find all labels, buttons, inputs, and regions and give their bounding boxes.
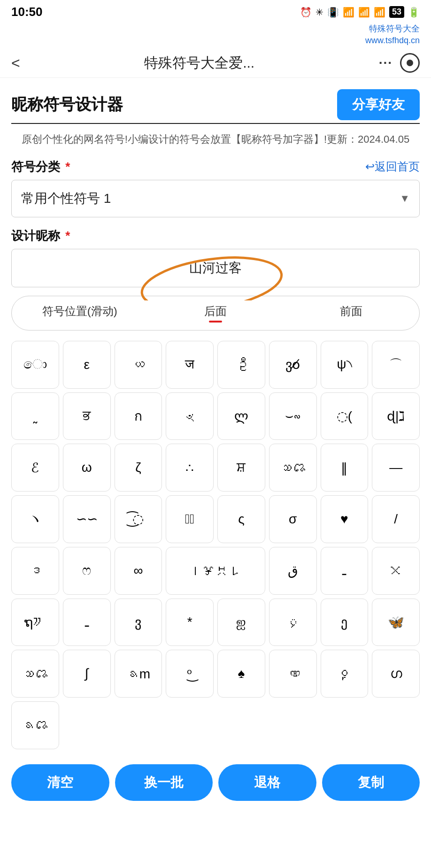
symbol-cell[interactable]: ℰ	[11, 444, 59, 492]
symbol-cell[interactable]: /	[372, 495, 420, 543]
category-selected-value: 常用个性符号 1	[21, 190, 111, 207]
signal2-icon: 📶	[374, 7, 385, 18]
symbol-cell[interactable]: ͜͡◌	[115, 495, 162, 543]
symbol-cell[interactable]: ـ	[321, 547, 369, 595]
symbol-cell[interactable]: ᩈ꩓	[11, 650, 59, 698]
back-button[interactable]: <	[11, 54, 20, 72]
nickname-input-wrapper	[11, 249, 420, 287]
symbol-cell[interactable]: ꒐ꐞꀡ꒒	[166, 547, 265, 595]
record-button[interactable]	[400, 53, 420, 73]
symbol-cell[interactable]: ⌣∾	[269, 392, 317, 440]
symbol-cell[interactable]: ‖	[321, 444, 369, 492]
symbol-cell[interactable]: 🦋	[372, 599, 420, 646]
symbol-cell[interactable]: ਸ਼	[217, 444, 265, 492]
record-icon	[407, 60, 413, 66]
header-section: 昵称符号设计器 分享好友	[11, 89, 420, 120]
page-description: 原创个性化的网名符号!小编设计的符号会放置【昵称符号加字器】!更新：2024.0…	[11, 131, 420, 148]
symbol-cell[interactable]: ज	[166, 341, 214, 389]
symbol-cell[interactable]: ᩈ꩓	[269, 444, 317, 492]
symbol-cell[interactable]: ∴	[166, 444, 214, 492]
symbol-cell[interactable]: ᝣ	[372, 547, 420, 595]
site-url: www.tsfhdq.cn	[365, 36, 420, 45]
symbol-cell[interactable]: ∞	[115, 547, 162, 595]
symbol-cell[interactable]: ৼ	[166, 392, 214, 440]
more-button[interactable]: ···	[379, 55, 393, 70]
symbol-cell[interactable]: ဒ	[11, 547, 59, 595]
symbol-cell[interactable]: ψ৲	[321, 341, 369, 389]
site-info-bar: 特殊符号大全 www.tsfhdq.cn	[0, 22, 431, 48]
dropdown-arrow-icon: ▼	[400, 192, 410, 205]
symbol-cell[interactable]: ე	[321, 599, 369, 646]
symbol-cell[interactable]: ဦ	[217, 341, 265, 389]
nav-actions: ···	[379, 53, 420, 73]
symbol-cell[interactable]: ဏ	[269, 650, 317, 698]
symbol-cell[interactable]: ᩁm	[115, 650, 162, 698]
symbol-cell[interactable]: ∽∽	[63, 495, 111, 543]
nickname-section-label: 设计昵称 *	[11, 228, 420, 244]
symbol-cell[interactable]: ლ	[217, 392, 265, 440]
symbol-cell[interactable]: ຖᄁ	[11, 599, 59, 646]
symbol-cell[interactable]: ζ	[115, 444, 162, 492]
symbol-cell[interactable]: ᦞ᷊	[321, 650, 369, 698]
share-button[interactable]: 分享好友	[337, 89, 420, 120]
symbol-cell[interactable]: ਭ	[63, 392, 111, 440]
status-time: 10:50	[11, 5, 43, 19]
symbol-cell[interactable]: ො	[11, 341, 59, 389]
symbol-cell[interactable]: ɖ|ℷ	[372, 392, 420, 440]
symbol-cell[interactable]: —	[372, 444, 420, 492]
symbol-cell[interactable]: ഗ	[372, 650, 420, 698]
battery-icon: 🔋	[408, 7, 420, 18]
symbol-cell[interactable]: ᯮ	[269, 599, 317, 646]
tab-after[interactable]: 后面	[147, 296, 283, 330]
symbol-cell[interactable]: ω	[63, 444, 111, 492]
vibrate-icon: 📳	[327, 7, 339, 18]
nickname-required-star: *	[65, 229, 70, 243]
symbol-cell[interactable]: *	[166, 599, 214, 646]
main-content: 昵称符号设计器 分享好友 原创个性化的网名符号!小编设计的符号会放置【昵称符号加…	[0, 89, 431, 749]
category-section-label: 符号分类 * ↩返回首页	[11, 159, 420, 175]
alarm-icon: ⏰	[300, 7, 312, 18]
status-icons: ⏰ ✳ 📳 📶 📶 📶 53 🔋	[300, 6, 420, 18]
refresh-button[interactable]: 换一批	[115, 764, 213, 801]
nav-bar: < 特殊符号大全爱... ···	[0, 48, 431, 78]
symbol-cell[interactable]: ᩁ꩓	[11, 701, 59, 749]
title-divider	[11, 123, 420, 124]
symbol-cell[interactable]: ვ	[115, 599, 162, 646]
symbol-cell[interactable]: ε	[63, 341, 111, 389]
symbol-cell[interactable]: ˷	[11, 392, 59, 440]
category-dropdown[interactable]: 常用个性符号 1 ▼	[11, 180, 420, 217]
tab-before[interactable]: 前面	[284, 296, 419, 330]
symbol-cell[interactable]: ვо̸	[269, 341, 317, 389]
symbol-cell[interactable]: ♠	[217, 650, 265, 698]
wifi-icon: 📶	[358, 7, 370, 18]
symbol-cell[interactable]: ယ	[115, 341, 162, 389]
symbol-cell[interactable]: ∫	[63, 650, 111, 698]
symbol-cell[interactable]: ก	[115, 392, 162, 440]
symbol-cell[interactable]: ◌(	[321, 392, 369, 440]
required-star: *	[65, 160, 70, 174]
nickname-input[interactable]	[11, 249, 420, 287]
symbol-cell[interactable]: ق	[269, 547, 317, 595]
symbol-cell[interactable]: ـ	[63, 599, 111, 646]
symbol-cell[interactable]: ヽ	[11, 495, 59, 543]
bluetooth-icon: ✳	[316, 7, 323, 18]
tab-position-label[interactable]: 符号位置(滑动)	[12, 296, 147, 330]
return-home-link[interactable]: ↩返回首页	[365, 159, 420, 174]
signal-icon: 📶	[343, 7, 354, 18]
backspace-button[interactable]: 退格	[218, 764, 316, 801]
symbol-cell[interactable]: ♥	[321, 495, 369, 543]
symbol-grid: ො ε ယ ज ဦ ვо̸ ψ৲ ⌒ ˷ ਭ ก ৼ ლ ⌣∾ ◌( ɖ|ℷ …	[11, 341, 420, 749]
symbol-cell[interactable]: σ	[269, 495, 317, 543]
clear-button[interactable]: 清空	[11, 764, 109, 801]
battery-level: 53	[389, 6, 404, 18]
category-label: 符号分类 *	[11, 159, 70, 175]
nav-title: 特殊符号大全爱...	[20, 54, 379, 73]
symbol-cell[interactable]: ⌒	[372, 341, 420, 389]
symbol-cell[interactable]: ᵍ᷊	[166, 495, 214, 543]
site-name: 特殊符号大全	[369, 24, 420, 33]
copy-button[interactable]: 复制	[322, 764, 420, 801]
symbol-cell[interactable]: ෆ	[63, 547, 111, 595]
symbol-cell[interactable]: ᵒ͜	[166, 650, 214, 698]
symbol-cell[interactable]: ஐ	[217, 599, 265, 646]
symbol-cell[interactable]: ς	[217, 495, 265, 543]
